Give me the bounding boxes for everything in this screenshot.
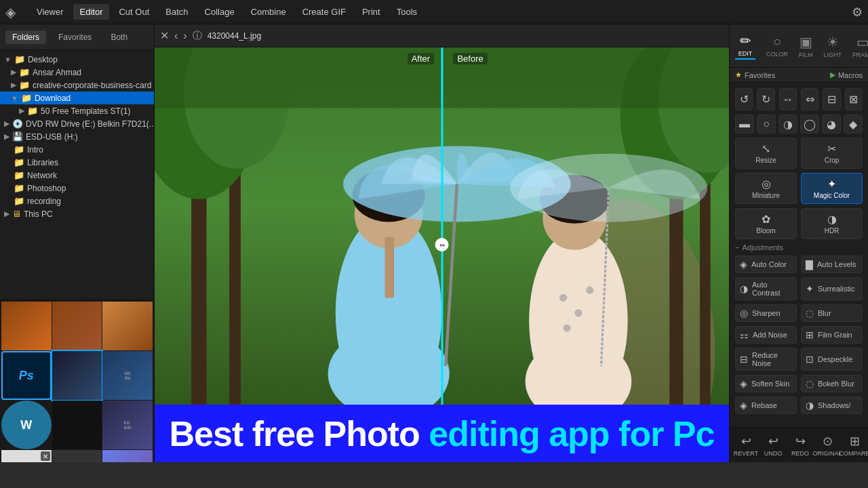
auto-color-btn[interactable]: ◈ Auto Color <box>735 256 797 273</box>
sharpen-btn[interactable]: ◎ Sharpen <box>735 304 797 322</box>
shape-half-btn[interactable]: ◑ <box>778 115 797 134</box>
right-tab-frame[interactable]: ▭ FRAME <box>847 31 868 61</box>
magic-color-icon: ✦ <box>827 178 836 190</box>
surrealistic-btn[interactable]: ✦ Surrealistic <box>801 277 863 300</box>
bokeh-blur-btn[interactable]: ◌ Bokeh Blur <box>801 375 863 392</box>
right-tab-edit[interactable]: ✏ EDIT <box>730 30 761 62</box>
hdr-btn[interactable]: ◑ HDR <box>801 208 863 239</box>
thumbnail-item[interactable]: Ps <box>1 351 52 400</box>
thumbnail-item[interactable]: 🖌 <box>52 450 102 462</box>
miniature-btn[interactable]: ◎ Miniature <box>735 173 797 204</box>
tree-item-dvd[interactable]: ▶ 💿 DVD RW Drive (E:) Belkin F7D21(... <box>0 117 154 130</box>
tab-folders[interactable]: Folders <box>5 30 46 44</box>
menu-item-print[interactable]: Print <box>355 4 387 20</box>
menu-item-creategif[interactable]: Create GIF <box>296 4 353 20</box>
compare-handle[interactable]: ⇔ <box>435 238 449 251</box>
thumbnail-item[interactable]: biz <box>102 450 153 462</box>
favorites-btn[interactable]: ★ Favorites <box>735 70 775 79</box>
rotate-left-btn[interactable]: ↺ <box>735 88 753 110</box>
tree-item-50free[interactable]: ▶ 📁 50 Free Templates ST(1) <box>0 104 154 117</box>
thumbnail-item[interactable] <box>52 351 102 400</box>
right-tab-light[interactable]: ☀ LIGHT <box>818 31 848 61</box>
crop-btn[interactable]: ✂ Crop <box>801 138 863 169</box>
tree-item-creative[interactable]: ▶ 📁 creative-corporate-business-card <box>0 79 154 92</box>
resize-btn[interactable]: ⤡ Resize <box>735 138 797 169</box>
revert-icon: ↩ <box>741 434 751 449</box>
grid-icon: ⊟ <box>827 93 836 106</box>
redo-btn[interactable]: ↪ REDO <box>787 431 814 460</box>
shape-ring-btn[interactable]: ◯ <box>800 115 819 134</box>
tree-item-libraries[interactable]: 📁 Libraries <box>0 156 154 169</box>
mirror-btn[interactable]: ⇔ <box>801 88 818 110</box>
shape-circle-btn[interactable]: ○ <box>757 115 776 134</box>
thumbnail-item[interactable] <box>52 401 102 449</box>
thumbnail-grid: Ps bizdw W bizads ✕ 🖌 biz <box>0 300 154 462</box>
soften-skin-btn[interactable]: ◈ Soften Skin <box>735 375 797 392</box>
despeckle-btn[interactable]: ⊡ Despeckle <box>801 348 863 371</box>
thumbnail-item[interactable] <box>52 302 102 350</box>
grid-btn[interactable]: ⊟ <box>823 88 840 110</box>
tree-item-intro[interactable]: 📁 Intro <box>0 143 154 156</box>
thumbnail-item[interactable] <box>102 302 153 350</box>
perspective-icon: ⊠ <box>849 93 858 106</box>
color-icon: ○ <box>773 34 781 49</box>
settings-icon[interactable]: ⚙ <box>852 5 863 20</box>
tree-item-esd[interactable]: ▶ 💾 ESD-USB (H:) <box>0 130 154 143</box>
menu-item-viewer[interactable]: Viewer <box>30 4 71 20</box>
tree-item-desktop[interactable]: ▼ 📁 Desktop <box>0 53 154 66</box>
shape-rect-btn[interactable]: ▬ <box>735 115 754 134</box>
info-btn[interactable]: ⓘ <box>193 30 202 42</box>
right-tab-film[interactable]: ▣ FILM <box>793 31 818 61</box>
original-btn[interactable]: ⊙ ORIGINAL <box>814 431 841 460</box>
thumbnail-item[interactable] <box>1 302 52 350</box>
bloom-btn[interactable]: ✿ Bloom <box>735 208 797 239</box>
thumbnail-item[interactable]: W <box>1 401 52 449</box>
collapse-icon[interactable]: − <box>735 243 739 251</box>
tree-item-network[interactable]: 📁 Network <box>0 169 154 182</box>
prev-image-btn[interactable]: ‹ <box>174 30 178 42</box>
shadows-btn[interactable]: ◑ Shadows/ <box>801 396 863 414</box>
macros-btn[interactable]: ▶ Macros <box>830 70 863 79</box>
rotate-right-btn[interactable]: ↻ <box>757 88 774 110</box>
canvas-area[interactable]: After Before ⇔ <box>155 47 729 442</box>
rebase-icon: ◈ <box>740 400 747 411</box>
tree-item-ansar[interactable]: ▶ 📁 Ansar Ahmad <box>0 66 154 79</box>
shape-diamond-btn[interactable]: ◆ <box>844 115 863 134</box>
rotate-right-icon: ↻ <box>762 93 770 106</box>
thumbnail-item[interactable]: bizdw <box>102 351 153 400</box>
tree-item-thispc[interactable]: ▶ 🖥 This PC <box>0 207 154 220</box>
menu-item-batch[interactable]: Batch <box>159 4 195 20</box>
shape-drop-btn[interactable]: ◕ <box>822 115 841 134</box>
revert-btn[interactable]: ↩ REVERT <box>732 431 760 460</box>
undo-btn[interactable]: ↩ UNDO <box>760 431 787 460</box>
menu-item-cutout[interactable]: Cut Out <box>112 4 156 20</box>
close-image-btn[interactable]: ✕ <box>160 29 169 42</box>
right-tab-color[interactable]: ○ COLOR <box>761 31 793 60</box>
film-grain-btn[interactable]: ⊞ Film Grain <box>801 326 863 344</box>
compare-btn[interactable]: ⊞ COMPARE <box>841 431 868 460</box>
tab-both[interactable]: Both <box>104 30 134 44</box>
flip-btn[interactable]: ↔ <box>779 88 797 110</box>
thumbnail-item[interactable]: bizads <box>102 401 153 449</box>
hdr-icon: ◑ <box>827 213 837 226</box>
auto-levels-btn[interactable]: ▇ Auto Levels <box>801 256 863 273</box>
rebase-btn[interactable]: ◈ Rebase <box>735 396 797 414</box>
menu-item-editor[interactable]: Editor <box>73 4 110 20</box>
tree-item-recording[interactable]: 📁 recording <box>0 195 154 207</box>
tree-item-download[interactable]: ▼ 📁 Download <box>0 92 154 104</box>
tab-favorites[interactable]: Favorites <box>52 30 98 44</box>
perspective-btn[interactable]: ⊠ <box>845 88 863 110</box>
next-image-btn[interactable]: › <box>183 30 186 42</box>
magic-color-btn[interactable]: ✦ Magic Color <box>801 173 863 204</box>
thumbnail-item[interactable]: ✕ <box>1 450 52 462</box>
tree-item-photoshop[interactable]: 📁 Photoshop <box>0 182 154 195</box>
menu-item-tools[interactable]: Tools <box>390 4 424 20</box>
thumb-close-btn[interactable]: ✕ <box>41 451 50 461</box>
reduce-noise-btn[interactable]: ⊟ Reduce Noise <box>735 348 797 371</box>
auto-contrast-btn[interactable]: ◑ Auto Contrast <box>735 277 797 300</box>
add-noise-btn[interactable]: ⚏ Add Noise <box>735 326 797 344</box>
menu-item-combine[interactable]: Combine <box>244 4 293 20</box>
compare-line[interactable]: ⇔ <box>441 47 443 442</box>
blur-btn[interactable]: ◌ Blur <box>801 304 863 322</box>
menu-item-collage[interactable]: Collage <box>198 4 241 20</box>
